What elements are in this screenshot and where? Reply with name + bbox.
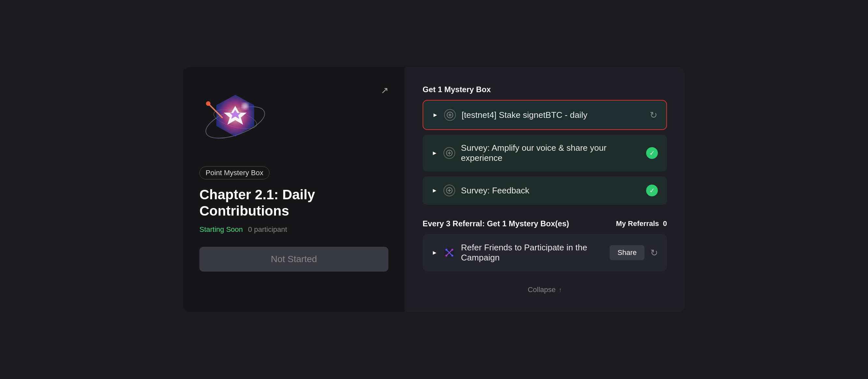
quest-title: Chapter 2.1: Daily Contributions	[199, 186, 389, 219]
participants-label: 0 participant	[248, 225, 287, 234]
task-icon-referral	[443, 247, 455, 259]
task-check-survey-feedback: ✓	[646, 184, 658, 196]
status-label: Starting Soon	[199, 225, 243, 234]
task-icon-survey-feedback	[443, 184, 455, 196]
task-row-survey-amplify: ► Survey: Amplify our voice & share your…	[423, 135, 667, 172]
svg-point-22	[451, 249, 453, 251]
my-referrals-count: 0	[663, 219, 667, 228]
svg-point-7	[206, 101, 211, 106]
task-label-referral: Refer Friends to Participate in the Camp…	[461, 243, 604, 263]
task-label-survey-amplify: Survey: Amplify our voice & share your e…	[461, 143, 640, 163]
quest-meta: Starting Soon 0 participant	[199, 225, 389, 234]
my-referrals: My Referrals 0	[616, 219, 667, 228]
task-icon-survey-amplify	[443, 147, 455, 159]
right-panel: Get 1 Mystery Box ► [testnet4] Stake sig…	[405, 67, 685, 312]
svg-point-8	[242, 103, 248, 109]
expand-arrow-referral[interactable]: ►	[432, 249, 438, 256]
task-icon-stake	[444, 109, 456, 121]
svg-point-23	[445, 254, 447, 256]
expand-arrow-survey-amplify[interactable]: ►	[432, 150, 438, 157]
not-started-button[interactable]: Not Started	[199, 247, 389, 272]
main-container: Point Mystery Box Chapter 2.1: Daily Con…	[183, 67, 685, 312]
task-row-referral: ► Refer Friends to Participate in the Ca…	[423, 234, 667, 271]
section1-label: Get 1 Mystery Box	[423, 85, 667, 94]
collapse-label: Collapse	[528, 285, 556, 294]
hero-image	[199, 85, 271, 157]
collapse-arrow-icon: ↑	[559, 286, 562, 294]
tag-label: Point Mystery Box	[206, 169, 263, 177]
referral-section-label: Every 3 Referral: Get 1 Mystery Box(es)	[423, 219, 569, 228]
referral-section-header: Every 3 Referral: Get 1 Mystery Box(es) …	[423, 219, 667, 228]
refresh-icon-stake[interactable]: ↻	[650, 110, 657, 120]
task-row-survey-feedback: ► Survey: Feedback ✓	[423, 176, 667, 205]
svg-point-21	[445, 249, 447, 251]
expand-arrow-stake[interactable]: ►	[432, 112, 438, 118]
task-label-survey-feedback: Survey: Feedback	[461, 185, 640, 196]
collapse-area[interactable]: Collapse ↑	[423, 285, 667, 294]
task-row-stake: ► [testnet4] Stake signetBTC - daily ↻	[423, 100, 667, 130]
my-referrals-label: My Referrals	[616, 219, 659, 228]
external-link-icon[interactable]: ↗	[381, 85, 389, 96]
left-panel: Point Mystery Box Chapter 2.1: Daily Con…	[183, 67, 405, 312]
expand-arrow-survey-feedback[interactable]: ►	[432, 187, 438, 194]
tag-badge: Point Mystery Box	[199, 166, 270, 179]
share-button[interactable]: Share	[610, 245, 645, 260]
refresh-icon-referral[interactable]: ↻	[650, 247, 658, 258]
task-label-stake: [testnet4] Stake signetBTC - daily	[462, 110, 644, 120]
svg-point-24	[451, 254, 453, 256]
task-check-survey-amplify: ✓	[646, 147, 658, 159]
